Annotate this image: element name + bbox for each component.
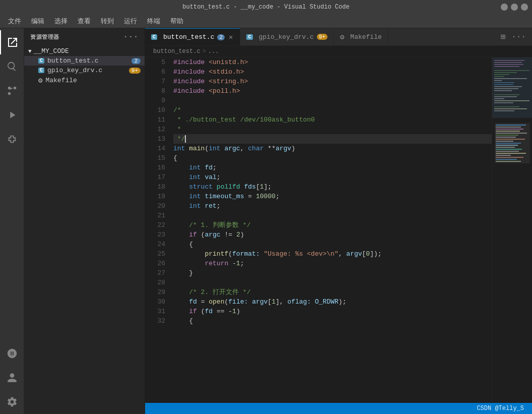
menu-help[interactable]: 帮助 [166, 16, 187, 27]
extensions-activity-icon[interactable] [0, 127, 24, 151]
file-name-gpio-key: gpio_key_drv.c [47, 67, 102, 74]
close-button[interactable]: ✕ [521, 4, 528, 11]
code-line-18: struct pollfd fds[1]; [173, 182, 492, 192]
file-badge-button-test: 2 [131, 58, 141, 64]
tab-button-test[interactable]: C button_test.c 2 ✕ [145, 28, 240, 45]
line-num-11: 11 [145, 115, 165, 125]
svg-rect-47 [496, 161, 521, 162]
menu-select[interactable]: 选择 [50, 16, 72, 27]
explorer-activity-icon[interactable] [0, 30, 24, 54]
folder-my-code[interactable]: ▼ __MY_CODE [24, 46, 145, 56]
line-num-25: 25 [145, 249, 165, 259]
code-line-20: int ret; [173, 201, 492, 211]
c-file-icon-2: C [38, 68, 44, 73]
code-editor[interactable]: 5 6 7 8 9 10 11 12 13 14 15 16 17 18 19 … [145, 57, 532, 403]
menu-goto[interactable]: 转到 [97, 16, 118, 27]
menu-terminal[interactable]: 终端 [143, 16, 164, 27]
watermark-text: CSDN @Telly_S [473, 405, 528, 412]
file-gpio-key-drv[interactable]: C gpio_key_drv.c 9+ [24, 66, 145, 75]
code-line-24: { [173, 240, 492, 249]
code-line-9 [173, 96, 492, 105]
code-line-11: * ./button_test /dev/100ask_button0 [173, 115, 492, 125]
code-line-15: { [173, 153, 492, 163]
breadcrumb-file[interactable]: button_test.c [153, 48, 201, 55]
svg-rect-29 [496, 125, 526, 126]
svg-rect-43 [496, 153, 526, 154]
file-tree: ▼ __MY_CODE C button_test.c 2 C gpio_key… [24, 45, 145, 87]
code-line-14: int main(int argc, char **argv) [173, 144, 492, 153]
code-line-19: int timeout_ms = 10000; [173, 192, 492, 201]
line-num-30: 30 [145, 297, 165, 307]
source-control-activity-icon[interactable] [0, 79, 24, 103]
line-num-18: 18 [145, 182, 165, 192]
code-line-5: #include <unistd.h> [173, 57, 492, 67]
code-line-10: /* [173, 105, 492, 115]
code-line-23: if (argc != 2) [173, 230, 492, 240]
settings-activity-icon[interactable] [0, 390, 24, 414]
line-num-13: 13 [145, 134, 165, 144]
sidebar-more-button[interactable]: ··· [123, 32, 139, 41]
tab-actions: ⊞ ··· [495, 28, 532, 45]
more-actions-button[interactable]: ··· [509, 31, 528, 42]
code-line-6: #include <stdio.h> [173, 67, 492, 77]
remote-activity-icon[interactable] [0, 341, 24, 366]
svg-rect-31 [496, 129, 523, 130]
svg-rect-38 [496, 143, 521, 144]
activity-bar [0, 28, 24, 414]
file-name-button-test: button_test.c [47, 57, 98, 65]
folder-arrow-icon: ▼ [28, 48, 32, 54]
tab-c-icon-1: C [151, 34, 157, 40]
menu-file[interactable]: 文件 [4, 16, 25, 27]
menu-bar: 文件 编辑 选择 查看 转到 运行 终端 帮助 [0, 14, 532, 28]
code-line-22: /* 1. 判断参数 */ [173, 220, 492, 230]
svg-rect-27 [492, 57, 532, 118]
menu-view[interactable]: 查看 [74, 16, 95, 27]
main-layout: 资源管理器 ··· ▼ __MY_CODE C button_test.c 2 … [0, 28, 532, 414]
line-num-12: 12 [145, 125, 165, 134]
svg-rect-44 [496, 155, 511, 156]
account-activity-icon[interactable] [0, 366, 24, 390]
line-num-19: 19 [145, 192, 165, 201]
file-button-test[interactable]: C button_test.c 2 [24, 56, 145, 66]
svg-rect-35 [496, 137, 516, 138]
file-name-makefile: Makefile [45, 77, 77, 84]
svg-rect-41 [496, 149, 522, 150]
svg-rect-39 [496, 145, 518, 146]
breadcrumb-path[interactable]: ... [208, 48, 219, 55]
svg-rect-33 [496, 133, 527, 134]
breadcrumb-sep: > [203, 48, 206, 55]
line-num-15: 15 [145, 153, 165, 163]
minimize-button[interactable]: ─ [501, 4, 508, 11]
tab-badge-1: 2 [217, 34, 225, 40]
code-line-12: * [173, 125, 492, 134]
code-line-17: int val; [173, 172, 492, 182]
code-line-21 [173, 211, 492, 220]
window-title: button_test.c - __my_code - Visual Studi… [182, 4, 349, 11]
window-controls: ─ □ ✕ [501, 4, 528, 11]
tab-label-button-test: button_test.c [163, 33, 214, 41]
file-makefile[interactable]: ⚙ Makefile [24, 75, 145, 86]
tab-gpio-key-drv[interactable]: C gpio_key_drv.c 9+ [240, 28, 334, 45]
code-line-27: } [173, 268, 492, 278]
c-file-icon: C [38, 58, 44, 64]
breadcrumb: button_test.c > ... [145, 46, 532, 57]
maximize-button[interactable]: □ [511, 4, 518, 11]
search-activity-icon[interactable] [0, 54, 24, 79]
code-line-16: int fd; [173, 163, 492, 172]
tab-close-button-test[interactable]: ✕ [228, 33, 234, 41]
svg-rect-32 [496, 131, 520, 132]
sidebar-header: 资源管理器 ··· [24, 28, 145, 45]
menu-edit[interactable]: 编辑 [27, 16, 48, 27]
run-activity-icon[interactable] [0, 103, 24, 127]
code-content[interactable]: #include <unistd.h> #include <stdio.h> #… [169, 57, 492, 403]
tab-makefile[interactable]: ⚙ Makefile [334, 28, 388, 45]
svg-rect-42 [496, 151, 519, 152]
line-num-27: 27 [145, 268, 165, 278]
menu-run[interactable]: 运行 [120, 16, 141, 27]
line-num-16: 16 [145, 163, 165, 172]
tab-label-gpio-key: gpio_key_drv.c [259, 33, 314, 41]
split-editor-button[interactable]: ⊞ [499, 31, 508, 43]
line-num-10: 10 [145, 105, 165, 115]
sidebar-title: 资源管理器 [30, 33, 59, 41]
svg-rect-45 [496, 157, 523, 158]
